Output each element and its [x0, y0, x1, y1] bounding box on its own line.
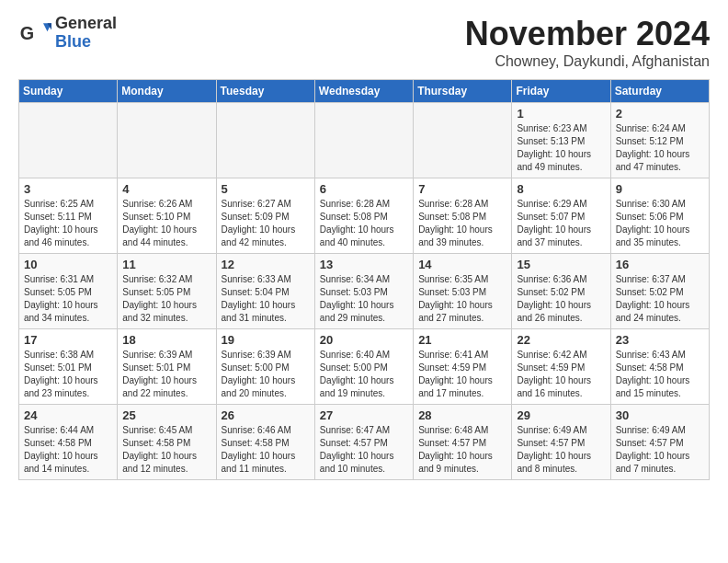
logo-icon: G	[18, 17, 51, 50]
day-info-line: Sunrise: 6:36 AM	[517, 273, 605, 286]
day-info-line: Daylight: 10 hours	[320, 224, 408, 236]
day-info: Sunrise: 6:47 AMSunset: 4:57 PMDaylight:…	[320, 424, 408, 476]
day-info-line: Daylight: 10 hours	[418, 299, 506, 312]
calendar-cell: 29Sunrise: 6:49 AMSunset: 4:57 PMDayligh…	[512, 405, 610, 480]
day-info-line: and 29 minutes.	[320, 312, 408, 325]
day-info: Sunrise: 6:28 AMSunset: 5:08 PMDaylight:…	[418, 198, 506, 249]
day-info: Sunrise: 6:38 AMSunset: 5:01 PMDaylight:…	[24, 349, 112, 400]
day-info: Sunrise: 6:48 AMSunset: 4:57 PMDaylight:…	[418, 424, 506, 476]
day-info-line: and 31 minutes.	[222, 312, 310, 325]
calendar-cell: 23Sunrise: 6:43 AMSunset: 4:58 PMDayligh…	[610, 329, 709, 405]
day-info-line: Sunrise: 6:26 AM	[122, 198, 210, 211]
day-info-line: Sunrise: 6:27 AM	[222, 198, 310, 211]
day-info: Sunrise: 6:25 AMSunset: 5:11 PMDaylight:…	[24, 198, 112, 249]
day-info-line: Sunrise: 6:49 AM	[616, 424, 704, 437]
day-info-line: and 20 minutes.	[222, 387, 310, 400]
day-info-line: Sunset: 4:58 PM	[222, 437, 310, 450]
day-info-line: Sunrise: 6:32 AM	[122, 273, 210, 286]
weekday-header-row: SundayMondayTuesdayWednesdayThursdayFrid…	[19, 80, 710, 103]
day-info-line: Sunset: 5:11 PM	[24, 211, 112, 224]
calendar-cell: 27Sunrise: 6:47 AMSunset: 4:57 PMDayligh…	[314, 405, 413, 480]
day-number: 10	[24, 258, 112, 271]
day-number: 7	[418, 182, 506, 196]
day-info: Sunrise: 6:26 AMSunset: 5:10 PMDaylight:…	[122, 198, 210, 249]
day-info-line: Sunset: 5:06 PM	[616, 211, 704, 224]
day-info-line: Sunset: 4:57 PM	[616, 437, 704, 450]
weekday-header-cell: Wednesday	[314, 80, 413, 103]
day-info-line: Sunrise: 6:24 AM	[616, 122, 704, 135]
day-info: Sunrise: 6:36 AMSunset: 5:02 PMDaylight:…	[517, 273, 605, 325]
day-info-line: Daylight: 10 hours	[24, 374, 112, 387]
day-info: Sunrise: 6:29 AMSunset: 5:07 PMDaylight:…	[517, 198, 605, 249]
month-title: November 2024	[465, 15, 710, 53]
day-number: 30	[616, 408, 704, 422]
day-info-line: Sunrise: 6:28 AM	[418, 198, 506, 211]
day-info-line: and 23 minutes.	[24, 387, 112, 400]
calendar-cell: 19Sunrise: 6:39 AMSunset: 5:00 PMDayligh…	[216, 329, 314, 405]
day-info-line: and 11 minutes.	[222, 463, 310, 476]
day-info: Sunrise: 6:42 AMSunset: 4:59 PMDaylight:…	[517, 349, 605, 400]
calendar-cell: 8Sunrise: 6:29 AMSunset: 5:07 PMDaylight…	[512, 178, 610, 254]
day-number: 16	[616, 258, 704, 271]
day-number: 2	[616, 107, 704, 121]
day-info-line: Sunrise: 6:44 AM	[24, 424, 112, 437]
day-number: 26	[222, 408, 310, 422]
day-info-line: Daylight: 10 hours	[222, 224, 310, 236]
calendar-cell: 2Sunrise: 6:24 AMSunset: 5:12 PMDaylight…	[610, 103, 709, 178]
calendar-cell: 14Sunrise: 6:35 AMSunset: 5:03 PMDayligh…	[414, 254, 512, 329]
day-info: Sunrise: 6:45 AMSunset: 4:58 PMDaylight:…	[122, 424, 210, 476]
calendar-cell: 6Sunrise: 6:28 AMSunset: 5:08 PMDaylight…	[314, 178, 413, 254]
calendar-cell: 26Sunrise: 6:46 AMSunset: 4:58 PMDayligh…	[216, 405, 314, 480]
day-info-line: Daylight: 10 hours	[320, 450, 408, 463]
day-info: Sunrise: 6:24 AMSunset: 5:12 PMDaylight:…	[616, 122, 704, 174]
day-info-line: Sunset: 5:02 PM	[616, 286, 704, 299]
weekday-header-cell: Tuesday	[216, 80, 314, 103]
day-info-line: Sunrise: 6:23 AM	[517, 122, 605, 135]
day-info: Sunrise: 6:49 AMSunset: 4:57 PMDaylight:…	[517, 424, 605, 476]
day-info: Sunrise: 6:39 AMSunset: 5:01 PMDaylight:…	[122, 349, 210, 400]
day-number: 11	[122, 258, 210, 271]
day-info: Sunrise: 6:27 AMSunset: 5:09 PMDaylight:…	[222, 198, 310, 249]
day-number: 1	[517, 107, 605, 121]
day-info-line: Sunrise: 6:48 AM	[418, 424, 506, 437]
day-number: 5	[222, 182, 310, 196]
calendar-cell: 15Sunrise: 6:36 AMSunset: 5:02 PMDayligh…	[512, 254, 610, 329]
day-number: 25	[122, 408, 210, 422]
calendar-cell	[216, 103, 314, 178]
day-info-line: and 10 minutes.	[320, 463, 408, 476]
day-info-line: and 47 minutes.	[616, 161, 704, 174]
day-info-line: and 37 minutes.	[517, 236, 605, 249]
calendar-week-row: 17Sunrise: 6:38 AMSunset: 5:01 PMDayligh…	[19, 329, 710, 405]
calendar-body: 1Sunrise: 6:23 AMSunset: 5:13 PMDaylight…	[19, 103, 710, 480]
day-number: 24	[24, 408, 112, 422]
calendar-cell: 20Sunrise: 6:40 AMSunset: 5:00 PMDayligh…	[314, 329, 413, 405]
day-info-line: and 19 minutes.	[320, 387, 408, 400]
day-info-line: Sunrise: 6:40 AM	[320, 349, 408, 362]
day-info-line: Sunset: 5:05 PM	[122, 286, 210, 299]
day-info-line: Daylight: 10 hours	[616, 450, 704, 463]
calendar-cell: 16Sunrise: 6:37 AMSunset: 5:02 PMDayligh…	[610, 254, 709, 329]
day-info-line: Sunrise: 6:45 AM	[122, 424, 210, 437]
day-info-line: and 35 minutes.	[616, 236, 704, 249]
day-number: 22	[517, 333, 605, 347]
day-info-line: Sunset: 4:57 PM	[418, 437, 506, 450]
day-info: Sunrise: 6:34 AMSunset: 5:03 PMDaylight:…	[320, 273, 408, 325]
day-number: 27	[320, 408, 408, 422]
calendar-table: SundayMondayTuesdayWednesdayThursdayFrid…	[18, 79, 710, 480]
day-info: Sunrise: 6:43 AMSunset: 4:58 PMDaylight:…	[616, 349, 704, 400]
day-info-line: and 12 minutes.	[122, 463, 210, 476]
day-info: Sunrise: 6:28 AMSunset: 5:08 PMDaylight:…	[320, 198, 408, 249]
day-info-line: Sunset: 4:58 PM	[122, 437, 210, 450]
day-info-line: Daylight: 10 hours	[222, 374, 310, 387]
day-info-line: Sunset: 5:07 PM	[517, 211, 605, 224]
day-info-line: and 42 minutes.	[222, 236, 310, 249]
day-info-line: and 9 minutes.	[418, 463, 506, 476]
day-info-line: Sunrise: 6:39 AM	[122, 349, 210, 362]
day-number: 18	[122, 333, 210, 347]
day-info-line: Daylight: 10 hours	[616, 224, 704, 236]
day-info-line: Sunset: 4:58 PM	[616, 362, 704, 374]
day-info-line: Sunrise: 6:37 AM	[616, 273, 704, 286]
calendar-cell: 12Sunrise: 6:33 AMSunset: 5:04 PMDayligh…	[216, 254, 314, 329]
day-info-line: Sunset: 5:12 PM	[616, 135, 704, 148]
day-info-line: Sunrise: 6:49 AM	[517, 424, 605, 437]
